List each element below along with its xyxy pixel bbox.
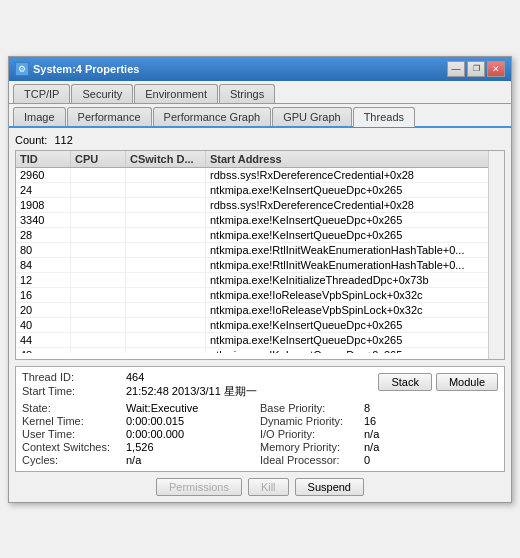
dynamic-priority-label: Dynamic Priority: [260, 415, 360, 427]
context-switches-row: Context Switches: 1,526 [22, 441, 260, 453]
table-row[interactable]: 20ntkmipa.exe!IoReleaseVpbSpinLock+0x32c [16, 303, 504, 318]
memory-priority-value: n/a [364, 441, 498, 453]
cell-cswitch [126, 303, 206, 317]
table-row[interactable]: 12ntkmipa.exe!KeInitializeThreadedDpc+0x… [16, 273, 504, 288]
tab-image[interactable]: Image [13, 107, 66, 126]
cell-address: ntkmipa.exe!KeInitializeThreadedDpc+0x73… [206, 273, 504, 287]
cell-tid: 24 [16, 183, 71, 197]
col-cpu[interactable]: CPU [71, 151, 126, 167]
cell-tid: 12 [16, 273, 71, 287]
cell-cpu [71, 348, 126, 353]
suspend-button[interactable]: Suspend [295, 478, 364, 496]
title-bar: ⚙ System:4 Properties — ❐ ✕ [9, 57, 511, 81]
kernel-time-value: 0:00:00.015 [126, 415, 260, 427]
tab-gpu-graph[interactable]: GPU Graph [272, 107, 351, 126]
tab-row-2: Image Performance Performance Graph GPU … [9, 104, 511, 128]
table-header: TID CPU CSwitch D... Start Address [16, 151, 504, 168]
tab-tcpip[interactable]: TCP/IP [13, 84, 70, 103]
tab-row-1: TCP/IP Security Environment Strings [9, 81, 511, 104]
cell-cswitch [126, 258, 206, 272]
table-row[interactable]: 84ntkmipa.exe!RtlInitWeakEnumerationHash… [16, 258, 504, 273]
cell-cswitch [126, 198, 206, 212]
minimize-button[interactable]: — [447, 61, 465, 77]
cell-cswitch [126, 168, 206, 182]
tab-security[interactable]: Security [71, 84, 133, 103]
cell-address: ntkmipa.exe!KeInsertQueueDpc+0x265 [206, 333, 504, 347]
tab-performance[interactable]: Performance [67, 107, 152, 126]
table-row[interactable]: 16ntkmipa.exe!IoReleaseVpbSpinLock+0x32c [16, 288, 504, 303]
col-cswitch[interactable]: CSwitch D... [126, 151, 206, 167]
cell-cpu [71, 273, 126, 287]
cell-tid: 16 [16, 288, 71, 302]
cell-cswitch [126, 288, 206, 302]
cell-address: ntkmipa.exe!KeInsertQueueDpc+0x265 [206, 228, 504, 242]
cell-cpu [71, 243, 126, 257]
memory-priority-label: Memory Priority: [260, 441, 360, 453]
cell-tid: 48 [16, 348, 71, 353]
user-time-row: User Time: 0:00:00.000 [22, 428, 260, 440]
cell-cpu [71, 258, 126, 272]
count-value: 112 [54, 134, 72, 146]
cell-cswitch [126, 228, 206, 242]
cell-address: ntkmipa.exe!IoReleaseVpbSpinLock+0x32c [206, 303, 504, 317]
table-row[interactable]: 24ntkmipa.exe!KeInsertQueueDpc+0x265 [16, 183, 504, 198]
kernel-time-label: Kernel Time: [22, 415, 122, 427]
cell-tid: 84 [16, 258, 71, 272]
col-tid[interactable]: TID [16, 151, 71, 167]
table-row[interactable]: 2960rdbss.sys!RxDereferenceCredential+0x… [16, 168, 504, 183]
base-priority-value: 8 [364, 402, 498, 414]
module-button[interactable]: Module [436, 373, 498, 391]
cell-address: rdbss.sys!RxDereferenceCredential+0x28 [206, 168, 504, 182]
table-row[interactable]: 80ntkmipa.exe!RtlInitWeakEnumerationHash… [16, 243, 504, 258]
tab-strings[interactable]: Strings [219, 84, 275, 103]
stack-button[interactable]: Stack [378, 373, 432, 391]
main-window: ⚙ System:4 Properties — ❐ ✕ TCP/IP Secur… [8, 56, 512, 503]
table-row[interactable]: 3340ntkmipa.exe!KeInsertQueueDpc+0x265 [16, 213, 504, 228]
dynamic-priority-row: Dynamic Priority: 16 [260, 415, 498, 427]
table-row[interactable]: 48ntkmipa.exe!KeInsertQueueDpc+0x265 [16, 348, 504, 353]
col-start-address[interactable]: Start Address [206, 151, 504, 167]
base-priority-label: Base Priority: [260, 402, 360, 414]
context-switches-label: Context Switches: [22, 441, 122, 453]
table-body: 2960rdbss.sys!RxDereferenceCredential+0x… [16, 168, 504, 353]
tab-threads[interactable]: Threads [353, 107, 415, 127]
user-time-label: User Time: [22, 428, 122, 440]
table-row[interactable]: 44ntkmipa.exe!KeInsertQueueDpc+0x265 [16, 333, 504, 348]
cell-cswitch [126, 318, 206, 332]
ideal-processor-value: 0 [364, 454, 498, 466]
table-row[interactable]: 28ntkmipa.exe!KeInsertQueueDpc+0x265 [16, 228, 504, 243]
tab-environment[interactable]: Environment [134, 84, 218, 103]
cell-cswitch [126, 183, 206, 197]
table-row[interactable]: 40ntkmipa.exe!KeInsertQueueDpc+0x265 [16, 318, 504, 333]
restore-button[interactable]: ❐ [467, 61, 485, 77]
dynamic-priority-value: 16 [364, 415, 498, 427]
cell-cpu [71, 333, 126, 347]
cell-cswitch [126, 213, 206, 227]
threads-table: TID CPU CSwitch D... Start Address 2960r… [15, 150, 505, 360]
state-label: State: [22, 402, 122, 414]
user-time-value: 0:00:00.000 [126, 428, 260, 440]
start-time-row: Start Time: 21:52:48 2013/3/11 星期一 [22, 384, 378, 399]
cell-tid: 2960 [16, 168, 71, 182]
content-area: Count: 112 TID CPU CSwitch D... Start Ad… [9, 128, 511, 502]
tab-performance-graph[interactable]: Performance Graph [153, 107, 272, 126]
close-button[interactable]: ✕ [487, 61, 505, 77]
cell-tid: 40 [16, 318, 71, 332]
cell-address: ntkmipa.exe!RtlInitWeakEnumerationHashTa… [206, 243, 504, 257]
base-priority-row: Base Priority: 8 [260, 402, 498, 414]
cell-cpu [71, 303, 126, 317]
cell-tid: 44 [16, 333, 71, 347]
start-time-label: Start Time: [22, 385, 122, 397]
kill-button[interactable]: Kill [248, 478, 289, 496]
cell-address: ntkmipa.exe!KeInsertQueueDpc+0x265 [206, 348, 504, 353]
io-priority-row: I/O Priority: n/a [260, 428, 498, 440]
cell-tid: 28 [16, 228, 71, 242]
cell-cpu [71, 168, 126, 182]
permissions-button[interactable]: Permissions [156, 478, 242, 496]
bottom-buttons: Permissions Kill Suspend [15, 478, 505, 496]
cell-cpu [71, 318, 126, 332]
table-row[interactable]: 1908rdbss.sys!RxDereferenceCredential+0x… [16, 198, 504, 213]
cell-cpu [71, 213, 126, 227]
scrollbar[interactable] [488, 151, 504, 359]
start-time-value: 21:52:48 2013/3/11 星期一 [126, 384, 378, 399]
